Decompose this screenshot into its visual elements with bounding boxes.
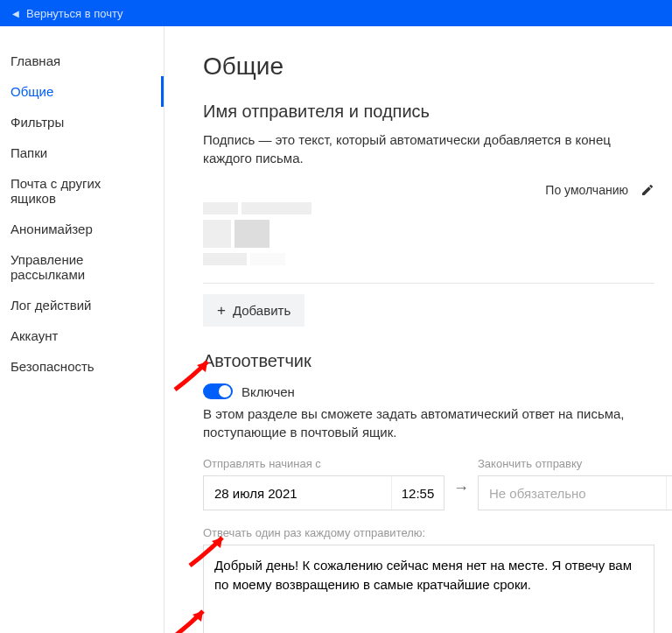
start-date-label: Отправлять начиная с (203, 457, 444, 470)
sender-description: Подпись — это текст, который автоматичес… (203, 130, 654, 167)
pencil-icon[interactable] (640, 183, 654, 197)
content-area: Общие Имя отправителя и подпись Подпись … (164, 26, 672, 633)
autoresponder-message-textarea[interactable] (203, 545, 654, 633)
arrow-right-icon: → (453, 454, 469, 497)
plus-icon: + (217, 303, 226, 318)
settings-sidebar: Главная Общие Фильтры Папки Почта с друг… (0, 26, 164, 633)
sidebar-item-security[interactable]: Безопасность (0, 351, 164, 382)
sidebar-item-main[interactable]: Главная (0, 46, 164, 76)
end-date-label: Закончить отправку (478, 457, 672, 470)
reply-once-label: Отвечать один раз каждому отправителю: (203, 526, 654, 539)
add-signature-button[interactable]: + Добавить (203, 294, 304, 327)
sidebar-item-filters[interactable]: Фильтры (0, 107, 164, 137)
autoresponder-toggle-label: Включен (242, 384, 295, 399)
autoresponder-toggle[interactable] (203, 383, 233, 399)
chevron-left-icon: ◀ (12, 9, 19, 18)
sidebar-item-mailing[interactable]: Управление рассылками (0, 244, 164, 290)
start-time-input[interactable] (391, 476, 444, 510)
back-label: Вернуться в почту (26, 7, 123, 20)
back-to-mail-link[interactable]: ◀ Вернуться в почту (0, 7, 123, 20)
sidebar-item-folders[interactable]: Папки (0, 137, 164, 168)
page-title: Общие (203, 53, 654, 81)
sidebar-item-account[interactable]: Аккаунт (0, 320, 164, 351)
sidebar-item-log[interactable]: Лог действий (0, 290, 164, 320)
sidebar-item-other-mail[interactable]: Почта с других ящиков (0, 168, 164, 214)
autoresponder-description: В этом разделе вы сможете задать автомат… (203, 404, 654, 441)
signature-card: По умолчанию (203, 183, 654, 284)
start-date-input[interactable] (204, 476, 391, 510)
end-date-input[interactable] (479, 476, 666, 510)
sender-heading: Имя отправителя и подпись (203, 102, 654, 122)
sidebar-item-anonymizer[interactable]: Анонимайзер (0, 214, 164, 244)
signature-preview-placeholder (203, 202, 654, 265)
end-time-input[interactable] (666, 476, 672, 510)
add-button-label: Добавить (233, 303, 290, 318)
sidebar-item-general[interactable]: Общие (0, 76, 164, 107)
default-badge: По умолчанию (545, 183, 628, 197)
topbar: ◀ Вернуться в почту (0, 0, 672, 26)
autoresponder-heading: Автоответчик (203, 351, 654, 371)
